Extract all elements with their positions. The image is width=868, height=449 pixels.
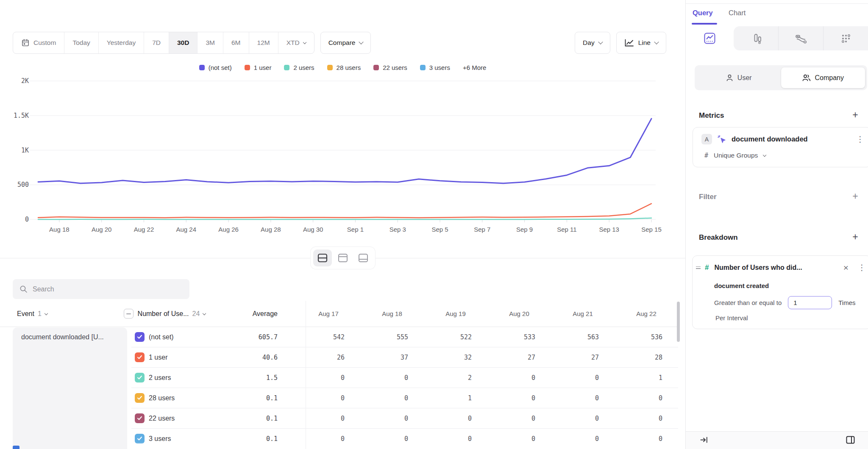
legend-item[interactable]: 28 users (327, 64, 361, 71)
date-range-yesterday[interactable]: Yesterday (98, 32, 144, 53)
legend-item[interactable]: 3 users (420, 64, 450, 71)
chevron-down-icon (359, 39, 364, 44)
chevron-down-icon (598, 39, 603, 44)
add-breakdown-button[interactable]: + (850, 232, 860, 242)
legend-item[interactable]: 22 users (373, 64, 407, 71)
tab-chart[interactable]: Chart (729, 9, 746, 17)
date-range-custom[interactable]: Custom (13, 32, 64, 53)
date-range-today[interactable]: Today (64, 32, 98, 53)
select-all-checkbox[interactable] (124, 309, 134, 319)
legend-item[interactable]: +6 More (463, 64, 486, 71)
table-row[interactable]: 3 users0.1000000 (131, 429, 678, 449)
breakdown-card-header: # Number of Users who did... × ⋮ (696, 263, 866, 272)
legend-item[interactable]: (not set) (199, 64, 232, 71)
times-value-input[interactable] (788, 296, 832, 309)
panel-top-divider (686, 3, 868, 4)
date-column-header[interactable]: Aug 20 (487, 310, 551, 317)
close-icon[interactable]: × (843, 263, 849, 272)
date-range-12m[interactable]: 12M (249, 32, 278, 53)
table-scrollbar[interactable] (677, 302, 680, 342)
chart-type-more-tab[interactable] (823, 26, 868, 50)
event-name-cell[interactable]: document downloaded [U... (13, 327, 127, 449)
series-column-header[interactable]: Number of Use... 24 (138, 310, 214, 318)
table-row[interactable]: 1 user40.6263732272728 (131, 347, 678, 368)
chart-legend: (not set)1 user2 users28 users22 users3 … (0, 64, 685, 71)
legend-item[interactable]: 2 users (284, 64, 314, 71)
side-panel-icon[interactable] (846, 435, 855, 445)
user-icon (726, 74, 733, 81)
toggle-user[interactable]: User (697, 67, 781, 88)
app-root: CustomTodayYesterday7D30D3M6M12MXTD Comp… (0, 0, 868, 449)
metric-measure[interactable]: Unique Groups (714, 152, 758, 159)
legend-label: 2 users (293, 64, 314, 71)
date-range-6m[interactable]: 6M (223, 32, 249, 53)
breakdown-event[interactable]: document created (714, 282, 769, 289)
row-checkbox[interactable] (135, 352, 145, 362)
toolbar-spacer (377, 32, 569, 54)
row-average: 1.5 (214, 374, 297, 382)
date-range-xtd[interactable]: XTD (278, 32, 314, 53)
drag-handle-icon[interactable] (696, 266, 701, 269)
row-checkbox[interactable] (135, 413, 145, 423)
row-value: 0 (487, 435, 551, 443)
row-label: 22 users (149, 415, 214, 422)
event-column-header[interactable]: Event 1 (0, 310, 120, 318)
metric-card[interactable]: A document downloaded ⋮ # Unique Groups (693, 127, 868, 167)
chart-type-line-tab[interactable] (686, 26, 734, 50)
legend-item[interactable]: 1 user (245, 64, 272, 71)
table-row[interactable]: (not set)605.7542555522533563536 (131, 327, 678, 347)
layout-table-focus-button[interactable] (354, 249, 373, 266)
compare-button[interactable]: Compare (320, 32, 371, 54)
row-value: 1 (424, 394, 487, 402)
row-checkbox[interactable] (135, 332, 145, 342)
chart-type-button[interactable]: Line (616, 32, 666, 54)
row-value: 522 (424, 333, 487, 341)
interval-button[interactable]: Day (575, 32, 610, 54)
toggle-company[interactable]: Company (781, 67, 865, 88)
chart-type-bar-tab[interactable] (734, 26, 778, 50)
layout-chart-focus-button[interactable] (334, 249, 352, 266)
layout-toggle-wrap (0, 247, 685, 269)
layout-split-button[interactable] (313, 249, 332, 266)
interval-label: Day (583, 39, 595, 47)
row-value: 563 (551, 333, 615, 341)
line-chart[interactable]: 05001K1.5K2KAug 18Aug 20Aug 22Aug 24Aug … (0, 72, 685, 237)
chevron-down-icon (763, 153, 766, 157)
svg-text:Sep 13: Sep 13 (599, 226, 619, 233)
date-range-7d[interactable]: 7D (144, 32, 169, 53)
row-checkbox[interactable] (135, 393, 145, 403)
date-column-header[interactable]: Aug 21 (551, 310, 615, 317)
date-range-label: 12M (257, 39, 270, 47)
date-range-30d[interactable]: 30D (169, 32, 197, 53)
tab-query[interactable]: Query (693, 9, 713, 17)
svg-text:Sep 11: Sep 11 (557, 226, 576, 233)
row-checkbox[interactable] (135, 373, 145, 382)
date-column-header[interactable]: Aug 17 (297, 310, 360, 317)
chart-type-flow-tab[interactable] (778, 26, 823, 50)
breakdown-card[interactable]: # Number of Users who did... × ⋮ documen… (692, 255, 868, 329)
svg-text:Aug 30: Aug 30 (303, 226, 323, 233)
svg-text:1.5K: 1.5K (14, 112, 29, 119)
date-column-header[interactable]: Aug 19 (424, 310, 487, 317)
add-metric-button[interactable]: + (850, 110, 860, 120)
series-col-count: 24 (192, 310, 200, 318)
search-input[interactable] (33, 285, 183, 293)
add-filter-button[interactable]: + (850, 191, 860, 201)
breakdown-menu-icon[interactable]: ⋮ (858, 263, 866, 272)
svg-text:Sep 5: Sep 5 (431, 226, 448, 233)
svg-text:1K: 1K (21, 147, 29, 154)
line-chart-icon (624, 39, 634, 47)
row-value: 533 (487, 333, 551, 341)
date-range-label: XTD (287, 39, 300, 47)
table-row[interactable]: 2 users1.5002001 (131, 368, 678, 388)
date-column-header[interactable]: Aug 18 (360, 310, 424, 317)
collapse-panel-icon[interactable] (700, 435, 709, 444)
metric-menu-icon[interactable]: ⋮ (856, 135, 864, 143)
date-column-header[interactable]: Aug 22 (615, 310, 678, 317)
svg-text:Aug 20: Aug 20 (92, 226, 112, 233)
row-checkbox[interactable] (135, 434, 145, 443)
metric-event-name: document downloaded (732, 135, 851, 143)
table-row[interactable]: 22 users0.1000000 (131, 408, 678, 429)
table-row[interactable]: 28 users0.1001000 (131, 388, 678, 408)
date-range-3m[interactable]: 3M (197, 32, 223, 53)
